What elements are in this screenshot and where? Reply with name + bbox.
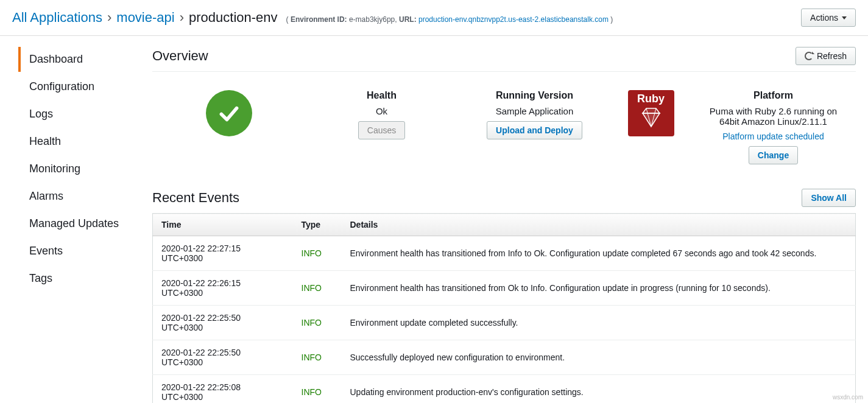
- causes-button[interactable]: Causes: [358, 121, 405, 139]
- table-row: 2020-01-22 22:26:15 UTC+0300INFOEnvironm…: [153, 271, 856, 306]
- env-meta: ( Environment ID: e-mab3kjy6pp, URL: pro…: [286, 15, 613, 24]
- show-all-button[interactable]: Show All: [802, 189, 856, 207]
- chevron-down-icon: [842, 16, 847, 19]
- event-time: 2020-01-22 22:25:50 UTC+0300: [153, 340, 293, 375]
- breadcrumb-sep: ›: [180, 10, 184, 26]
- events-header-row: Time Type Details: [153, 214, 856, 236]
- svg-marker-0: [643, 113, 660, 127]
- sidebar-item-dashboard[interactable]: Dashboard: [18, 47, 134, 72]
- sidebar-item-logs[interactable]: Logs: [18, 102, 134, 127]
- event-time: 2020-01-22 22:25:50 UTC+0300: [153, 306, 293, 340]
- breadcrumb-env: production-env: [189, 10, 278, 26]
- ruby-word: Ruby: [637, 93, 665, 105]
- version-value: Sample Application: [496, 106, 574, 116]
- env-id-label: Environment ID:: [291, 15, 347, 24]
- health-ok-icon: [206, 90, 252, 136]
- ruby-logo-icon: Ruby: [628, 90, 674, 136]
- attribution: wsxdn.com: [833, 394, 863, 401]
- health-col: Health Ok Causes: [315, 90, 449, 139]
- breadcrumb-app-link[interactable]: movie-api: [116, 10, 174, 26]
- breadcrumb-sep: ›: [107, 10, 111, 26]
- events-table: Time Type Details 2020-01-22 22:27:15 UT…: [152, 213, 856, 403]
- health-value: Ok: [376, 106, 387, 116]
- sidebar-item-health[interactable]: Health: [18, 129, 134, 154]
- col-type: Type: [293, 214, 342, 236]
- refresh-icon: [805, 52, 813, 60]
- event-time: 2020-01-22 22:26:15 UTC+0300: [153, 271, 293, 306]
- overview-title: Overview: [152, 48, 208, 64]
- platform-update-link[interactable]: Platform update scheduled: [722, 131, 824, 141]
- sidebar-item-events[interactable]: Events: [18, 239, 134, 264]
- svg-marker-1: [643, 108, 660, 113]
- refresh-button[interactable]: Refresh: [796, 47, 856, 65]
- event-time: 2020-01-22 22:25:08 UTC+0300: [153, 375, 293, 404]
- status-row: Health Ok Causes Running Version Sample …: [152, 78, 856, 183]
- event-details: Environment health has transitioned from…: [342, 271, 856, 306]
- health-label: Health: [367, 90, 397, 101]
- actions-label: Actions: [810, 13, 838, 23]
- platform-label: Platform: [753, 90, 793, 101]
- event-details: Environment update completed successfull…: [342, 306, 856, 340]
- col-details: Details: [342, 214, 856, 236]
- breadcrumb-root-link[interactable]: All Applications: [12, 10, 102, 26]
- sidebar-item-tags[interactable]: Tags: [18, 266, 134, 291]
- version-col: Running Version Sample Application Uploa…: [468, 90, 602, 139]
- table-row: 2020-01-22 22:25:50 UTC+0300INFOSuccessf…: [153, 340, 856, 375]
- event-type: INFO: [293, 375, 342, 404]
- breadcrumb: All Applications › movie-api › productio…: [12, 10, 613, 26]
- env-url-link[interactable]: production-env.qnbznvpp2t.us-east-2.elas…: [418, 15, 609, 24]
- layout: DashboardConfigurationLogsHealthMonitori…: [0, 36, 868, 403]
- event-type: INFO: [293, 271, 342, 306]
- sidebar-item-configuration[interactable]: Configuration: [18, 74, 134, 99]
- table-row: 2020-01-22 22:27:15 UTC+0300INFOEnvironm…: [153, 236, 856, 271]
- change-button[interactable]: Change: [749, 146, 798, 164]
- event-time: 2020-01-22 22:27:15 UTC+0300: [153, 236, 293, 271]
- event-details: Successfully deployed new configuration …: [342, 340, 856, 375]
- sidebar-item-monitoring[interactable]: Monitoring: [18, 156, 134, 181]
- main-content: Overview Refresh Health Ok Causes Runnin…: [134, 36, 868, 403]
- sidebar: DashboardConfigurationLogsHealthMonitori…: [0, 36, 134, 403]
- health-icon-col: [162, 90, 296, 136]
- event-type: INFO: [293, 340, 342, 375]
- events-title: Recent Events: [152, 190, 239, 206]
- sidebar-item-alarms[interactable]: Alarms: [18, 184, 134, 209]
- event-details: Environment health has transitioned from…: [342, 236, 856, 271]
- env-url-label: URL:: [399, 15, 417, 24]
- platform-value: Puma with Ruby 2.6 running on 64bit Amaz…: [700, 106, 847, 127]
- version-label: Running Version: [496, 90, 573, 101]
- event-type: INFO: [293, 306, 342, 340]
- platform-logo-col: Ruby: [621, 90, 682, 136]
- page-header: All Applications › movie-api › productio…: [0, 0, 868, 36]
- col-time: Time: [153, 214, 293, 236]
- actions-dropdown[interactable]: Actions: [801, 9, 856, 27]
- upload-deploy-button[interactable]: Upload and Deploy: [487, 121, 582, 139]
- event-type: INFO: [293, 236, 342, 271]
- refresh-label: Refresh: [817, 51, 847, 61]
- event-details: Updating environment production-env's co…: [342, 375, 856, 404]
- overview-header: Overview Refresh: [152, 47, 856, 72]
- sidebar-item-managed-updates[interactable]: Managed Updates: [18, 211, 134, 236]
- table-row: 2020-01-22 22:25:08 UTC+0300INFOUpdating…: [153, 375, 856, 404]
- events-header: Recent Events Show All: [152, 189, 856, 207]
- env-id-value: e-mab3kjy6pp,: [349, 15, 397, 24]
- table-row: 2020-01-22 22:25:50 UTC+0300INFOEnvironm…: [153, 306, 856, 340]
- platform-col: Platform Puma with Ruby 2.6 running on 6…: [700, 90, 847, 164]
